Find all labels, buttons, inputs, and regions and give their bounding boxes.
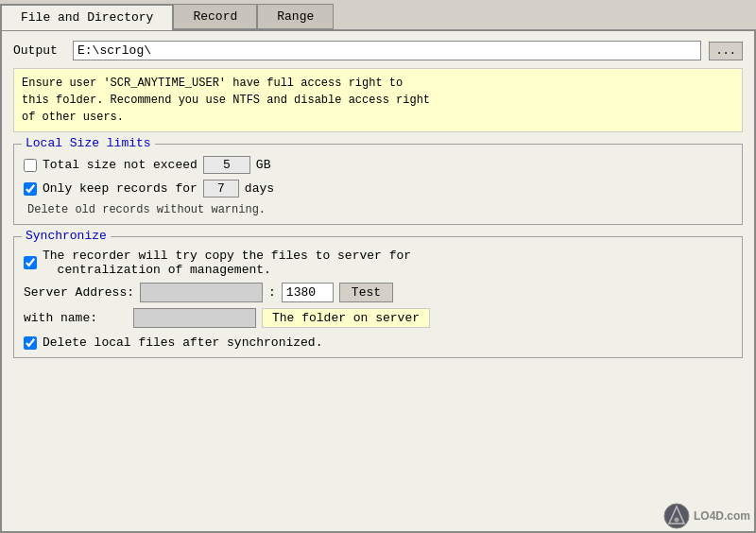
total-size-checkbox[interactable] — [24, 159, 37, 172]
name-label: with name: — [24, 311, 128, 325]
server-row: Server Address: : Test — [24, 283, 732, 302]
keep-records-input[interactable] — [203, 180, 239, 198]
test-button[interactable]: Test — [339, 283, 393, 302]
delete-local-label: Delete local files after synchronized. — [43, 335, 322, 350]
output-label: Output — [13, 43, 65, 58]
port-colon: : — [268, 285, 276, 300]
keep-records-unit: days — [245, 181, 274, 196]
warning-line2: this folder. Recommend you use NTFS and … — [22, 94, 430, 107]
total-size-unit: GB — [256, 158, 271, 172]
watermark-text: LO4D.com — [694, 509, 750, 523]
keep-records-row: Only keep records for days — [24, 180, 732, 198]
sync-checkbox[interactable] — [24, 256, 37, 269]
content-panel: Output ... Ensure user 'SCR_ANYTIME_USER… — [0, 29, 756, 533]
browse-button[interactable]: ... — [709, 42, 743, 60]
tab-file-and-directory[interactable]: File and Directory — [0, 4, 173, 30]
total-size-input[interactable] — [203, 156, 250, 174]
tab-record[interactable]: Record — [173, 4, 257, 29]
server-label: Server Address: — [24, 285, 134, 300]
sync-desc-row: The recorder will try copy the files to … — [24, 249, 732, 277]
tab-bar: File and Directory Record Range — [0, 0, 756, 29]
name-input[interactable] — [133, 308, 256, 328]
sync-desc: The recorder will try copy the files to … — [43, 249, 411, 277]
total-size-row: Total size not exceed GB — [24, 156, 732, 174]
delete-local-row: Delete local files after synchronized. — [24, 335, 732, 350]
local-size-section: Local Size limits Total size not exceed … — [13, 144, 743, 225]
warning-line1: Ensure user 'SCR_ANYTIME_USER' have full… — [22, 77, 403, 90]
delete-note: Delete old records without warning. — [27, 203, 732, 216]
output-input[interactable] — [73, 41, 701, 60]
output-row: Output ... — [13, 41, 743, 60]
keep-records-checkbox[interactable] — [24, 182, 37, 196]
keep-records-label: Only keep records for — [43, 181, 198, 196]
total-size-label: Total size not exceed — [43, 158, 198, 172]
server-address-input[interactable] — [140, 283, 263, 302]
warning-box: Ensure user 'SCR_ANYTIME_USER' have full… — [13, 68, 743, 132]
warning-line3: of other users. — [22, 111, 124, 124]
name-row: with name: The folder on server — [24, 308, 732, 328]
watermark-logo — [663, 503, 690, 529]
delete-local-checkbox[interactable] — [24, 336, 37, 350]
port-input[interactable] — [282, 283, 334, 302]
synchronize-section: Synchronize The recorder will try copy t… — [13, 236, 743, 358]
tab-range[interactable]: Range — [257, 4, 334, 29]
watermark: LO4D.com — [663, 503, 750, 529]
synchronize-title: Synchronize — [22, 229, 111, 243]
svg-point-2 — [674, 518, 679, 523]
local-size-title: Local Size limits — [22, 136, 155, 150]
folder-label: The folder on server — [262, 308, 430, 328]
